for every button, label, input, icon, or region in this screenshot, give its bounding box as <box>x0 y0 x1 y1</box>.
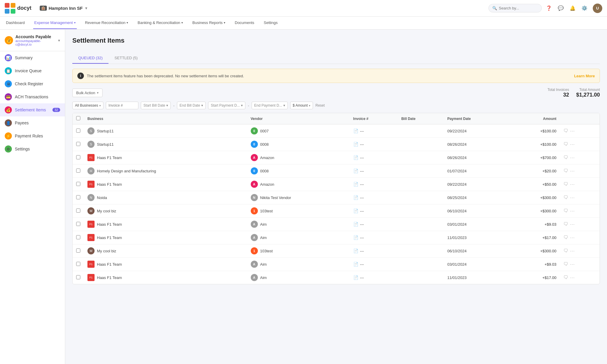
start-bill-date-label: Start Bill Date <box>143 103 165 108</box>
more-options-icon[interactable]: ⋯ <box>570 222 575 227</box>
nav-expense-management[interactable]: Expense Management ▾ <box>33 17 77 29</box>
vendor-name: Amazon <box>260 182 274 187</box>
sidebar-item-payment-rules[interactable]: ⚡ Payment Rules <box>0 129 65 142</box>
tab-queued[interactable]: QUEUED (32) <box>72 53 108 64</box>
messages-icon[interactable]: 💬 <box>557 5 564 12</box>
row-checkbox[interactable] <box>76 222 80 226</box>
help-icon[interactable]: ❓ <box>545 5 552 12</box>
sidebar-item-check-register[interactable]: 🖥 Check Register <box>0 77 65 90</box>
comment-icon[interactable]: 🗨 <box>563 168 568 174</box>
comment-icon[interactable]: 🗨 <box>563 142 568 147</box>
banking-dropdown-icon: ▾ <box>181 21 183 24</box>
invoice-cell: 📄 --- <box>353 155 394 160</box>
row-checkbox[interactable] <box>76 262 80 266</box>
sidebar-item-summary[interactable]: 📊 Summary <box>0 51 65 64</box>
more-options-icon[interactable]: ⋯ <box>570 155 575 161</box>
settings-menu-icon: ⚙ <box>5 145 12 153</box>
business-icon: F1 <box>87 261 95 268</box>
reset-filters-button[interactable]: Reset <box>315 103 325 108</box>
comment-icon[interactable]: 🗨 <box>563 208 568 214</box>
search-input[interactable] <box>499 6 534 10</box>
vendor-cell: N Nikita Test Vendor <box>251 194 346 201</box>
nav-settings[interactable]: Settings <box>263 17 279 29</box>
comment-icon[interactable]: 🗨 <box>563 182 568 187</box>
more-options-icon[interactable]: ⋯ <box>570 128 575 134</box>
avatar[interactable]: U <box>593 4 602 13</box>
row-checkbox[interactable] <box>76 182 80 186</box>
more-options-icon[interactable]: ⋯ <box>570 208 575 214</box>
payment-rules-icon: ⚡ <box>5 132 12 139</box>
business-name: My cool biz <box>97 249 116 253</box>
row-checkbox[interactable] <box>76 155 80 159</box>
comment-icon[interactable]: 🗨 <box>563 262 568 267</box>
row-checkbox[interactable] <box>76 275 80 279</box>
business-cell: N Noida <box>87 194 244 201</box>
filter-start-payment-date[interactable]: Start Payment D... ▾ <box>208 102 245 109</box>
vendor-icon: 1 <box>251 207 258 214</box>
payment-date: 06/10/2024 <box>444 244 510 258</box>
filter-end-bill-date[interactable]: End Bill Date ▾ <box>177 102 206 109</box>
sidebar-item-payees[interactable]: 👤 Payees <box>0 116 65 129</box>
notice-learn-more-link[interactable]: Learn More <box>574 74 595 78</box>
invoice-queue-icon: 📋 <box>5 67 12 74</box>
more-options-icon[interactable]: ⋯ <box>570 168 575 174</box>
comment-icon[interactable]: 🗨 <box>563 155 568 160</box>
vendor-name: 103test <box>260 249 273 253</box>
comment-icon[interactable]: 🗨 <box>563 248 568 254</box>
vendor-name: Amazon <box>260 155 274 160</box>
settings-icon[interactable]: ⚙️ <box>581 5 588 12</box>
filter-start-bill-date[interactable]: Start Bill Date ▾ <box>141 102 171 109</box>
filter-end-payment-date[interactable]: End Payment D... ▾ <box>252 102 288 109</box>
comment-icon[interactable]: 🗨 <box>563 128 568 134</box>
row-checkbox[interactable] <box>76 129 80 133</box>
sidebar-item-invoice-queue[interactable]: 📋 Invoice Queue <box>0 64 65 77</box>
comment-icon[interactable]: 🗨 <box>563 222 568 227</box>
bulk-action-button[interactable]: Bulk Action ▾ <box>72 89 103 97</box>
filter-invoice-input[interactable] <box>106 102 138 109</box>
row-checkbox[interactable] <box>76 209 80 213</box>
nav-revenue-reconciliation[interactable]: Revenue Reconciliation ▾ <box>84 17 130 29</box>
nav-business-reports[interactable]: Business Reports ▾ <box>191 17 226 29</box>
payment-date: 01/07/2024 <box>444 164 510 178</box>
vendor-cell: 1 103test <box>251 207 346 214</box>
row-checkbox[interactable] <box>76 169 80 173</box>
comment-icon[interactable]: 🗨 <box>563 275 568 280</box>
search-icon: 🔍 <box>492 6 497 10</box>
row-checkbox[interactable] <box>76 248 80 253</box>
row-checkbox[interactable] <box>76 195 80 199</box>
filter-business[interactable]: All Businesses ▾ <box>72 102 103 109</box>
more-options-icon[interactable]: ⋯ <box>570 248 575 254</box>
business-selector[interactable]: 🏨 Hampton Inn SF ▼ <box>37 4 90 12</box>
nav-documents[interactable]: Documents <box>234 17 255 29</box>
top-bar: docyt 🏨 Hampton Inn SF ▼ 🔍 ❓ 💬 🔔 ⚙️ U <box>0 0 607 17</box>
sidebar-item-settlement-items[interactable]: 💰 Settlement Items 32 <box>0 103 65 116</box>
more-options-icon[interactable]: ⋯ <box>570 262 575 267</box>
sidebar-item-settings[interactable]: ⚙ Settings <box>0 142 65 155</box>
row-checkbox[interactable] <box>76 235 80 239</box>
end-bill-date-label: End Bill Date <box>180 103 200 108</box>
amount: +$17.00 <box>510 271 560 284</box>
more-options-icon[interactable]: ⋯ <box>570 235 575 240</box>
more-options-icon[interactable]: ⋯ <box>570 182 575 187</box>
comment-icon[interactable]: 🗨 <box>563 235 568 240</box>
invoice-number: --- <box>360 155 364 160</box>
sidebar-header-caret[interactable]: ▾ <box>58 38 60 43</box>
nav-banking-reconciliation[interactable]: Banking & Reconciliation ▾ <box>136 17 184 29</box>
more-options-icon[interactable]: ⋯ <box>570 195 575 201</box>
select-all-checkbox[interactable] <box>76 116 80 120</box>
bill-date <box>398 218 444 231</box>
filter-amount[interactable]: $ Amount ▾ <box>290 102 313 109</box>
tab-settled[interactable]: SETTLED (5) <box>108 53 143 64</box>
nav-dashboard[interactable]: Dashboard <box>5 17 26 29</box>
more-options-icon[interactable]: ⋯ <box>570 275 575 280</box>
more-options-icon[interactable]: ⋯ <box>570 142 575 147</box>
notifications-icon[interactable]: 🔔 <box>569 5 576 12</box>
search-box[interactable]: 🔍 <box>488 4 542 12</box>
row-checkbox[interactable] <box>76 142 80 146</box>
amount: +$300.00 <box>510 204 560 218</box>
business-cell: F1 Haas F1 Team <box>87 221 244 228</box>
amount: +$100.00 <box>510 124 560 138</box>
sidebar-item-ach-transactions[interactable]: 💳 ACH Transactions <box>0 90 65 103</box>
filter-amount-caret: ▾ <box>309 104 310 107</box>
comment-icon[interactable]: 🗨 <box>563 195 568 200</box>
